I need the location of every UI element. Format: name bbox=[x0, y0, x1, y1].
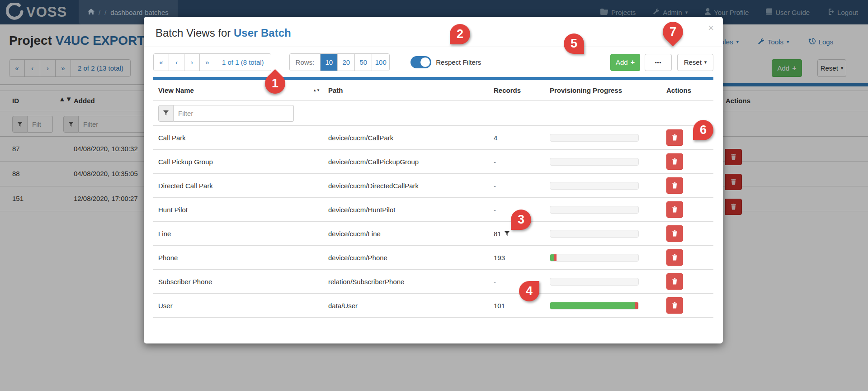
delete-button[interactable] bbox=[666, 225, 683, 242]
batch-views-modal: × Batch Views for User Batch « ‹ › » 1 o… bbox=[144, 17, 723, 343]
progress-bar bbox=[550, 302, 639, 310]
delete-button[interactable] bbox=[666, 249, 683, 266]
table-row[interactable]: Call Park device/cucm/CallPark 4 bbox=[153, 126, 713, 150]
last-page-button[interactable]: » bbox=[200, 54, 215, 71]
progress-bar bbox=[550, 134, 639, 142]
view-name-cell: Subscriber Phone bbox=[153, 278, 323, 286]
toggle-knob bbox=[420, 57, 430, 67]
page: VOSS / / dashboard-batches Projects Admi… bbox=[0, 0, 868, 391]
table-row[interactable]: Line device/cucm/Line 81 bbox=[153, 222, 713, 246]
view-name-cell: Directed Call Park bbox=[153, 182, 323, 190]
filter-icon[interactable] bbox=[158, 105, 174, 122]
modal-divider-bar bbox=[153, 77, 713, 80]
view-name-filter bbox=[158, 105, 294, 122]
rows-option-20[interactable]: 20 bbox=[338, 54, 355, 71]
callout-badge-3: 3 bbox=[511, 210, 531, 230]
close-icon[interactable]: × bbox=[708, 22, 714, 34]
respect-filters-label: Respect Filters bbox=[436, 58, 481, 66]
view-name-cell: Line bbox=[153, 230, 323, 238]
table-row[interactable]: Call Pickup Group device/cucm/CallPickup… bbox=[153, 150, 713, 174]
column-view-name[interactable]: View Name ▲▼ bbox=[153, 86, 323, 94]
column-path[interactable]: Path bbox=[323, 86, 489, 94]
chevron-down-icon: ▾ bbox=[704, 59, 707, 65]
path-cell: device/cucm/CallPark bbox=[323, 134, 489, 142]
delete-button[interactable] bbox=[666, 201, 683, 218]
reset-button[interactable]: Reset▾ bbox=[677, 54, 713, 71]
progress-bar bbox=[550, 206, 639, 214]
path-cell: device/cucm/CallPickupGroup bbox=[323, 158, 489, 166]
modal-toolbar-buttons: Add+ ••• Reset▾ bbox=[610, 54, 713, 71]
table-row[interactable]: Phone device/cucm/Phone 193 bbox=[153, 246, 713, 270]
progress-success bbox=[550, 254, 554, 261]
next-page-button[interactable]: › bbox=[184, 54, 200, 71]
callout-badge-5: 5 bbox=[564, 33, 584, 54]
delete-button[interactable] bbox=[666, 297, 683, 314]
path-cell: device/cucm/Phone bbox=[323, 254, 489, 262]
view-name-filter-input[interactable] bbox=[174, 105, 294, 122]
progress-bar bbox=[550, 182, 639, 190]
records-cell: 4 bbox=[489, 134, 545, 142]
table-filter-row bbox=[153, 101, 713, 126]
records-cell: 81 bbox=[489, 230, 545, 238]
column-actions: Actions bbox=[661, 86, 704, 94]
sort-icon[interactable]: ▲▼ bbox=[313, 89, 320, 92]
callout-badge-2: 2 bbox=[450, 24, 470, 44]
path-cell: device/cucm/HuntPilot bbox=[323, 206, 489, 214]
batch-views-table: View Name ▲▼ Path Records Provisioning P… bbox=[153, 80, 713, 318]
records-cell: - bbox=[489, 158, 545, 166]
rows-option-50[interactable]: 50 bbox=[355, 54, 372, 71]
progress-bar bbox=[550, 158, 639, 166]
column-records: Records bbox=[489, 86, 545, 94]
modal-pagination: « ‹ › » 1 of 1 (8 total) bbox=[153, 53, 271, 71]
records-cell: - bbox=[489, 182, 545, 190]
view-name-cell: Call Pickup Group bbox=[153, 158, 323, 166]
delete-button[interactable] bbox=[666, 129, 683, 146]
callout-badge-6: 6 bbox=[693, 120, 713, 140]
delete-button[interactable] bbox=[666, 273, 683, 290]
progress-fail bbox=[635, 302, 638, 309]
progress-fail bbox=[554, 254, 557, 261]
delete-button[interactable] bbox=[666, 177, 683, 194]
table-row[interactable]: User data/User 101 bbox=[153, 294, 713, 318]
view-name-cell: Call Park bbox=[153, 134, 323, 142]
rows-option-10[interactable]: 10 bbox=[321, 54, 338, 71]
callout-badge-4: 4 bbox=[519, 281, 539, 301]
modal-toolbar: « ‹ › » 1 of 1 (8 total) Rows: 10 20 50 … bbox=[153, 53, 713, 71]
progress-success bbox=[550, 302, 635, 309]
table-header-row: View Name ▲▼ Path Records Provisioning P… bbox=[153, 80, 713, 101]
progress-bar bbox=[550, 230, 639, 238]
respect-filters-toggle[interactable] bbox=[410, 56, 431, 68]
view-name-cell: User bbox=[153, 302, 323, 310]
delete-button[interactable] bbox=[666, 153, 683, 170]
pagination-status: 1 of 1 (8 total) bbox=[215, 54, 271, 71]
prev-page-button[interactable]: ‹ bbox=[169, 54, 184, 71]
rows-per-page-selector: Rows: 10 20 50 100 bbox=[289, 53, 390, 71]
batch-name: User Batch bbox=[234, 27, 291, 39]
view-name-cell: Phone bbox=[153, 254, 323, 262]
path-cell: data/User bbox=[323, 302, 489, 310]
records-cell: 193 bbox=[489, 254, 545, 262]
rows-option-100[interactable]: 100 bbox=[372, 54, 389, 71]
records-cell: 101 bbox=[489, 302, 545, 310]
path-cell: relation/SubscriberPhone bbox=[323, 278, 489, 286]
path-cell: device/cucm/Line bbox=[323, 230, 489, 238]
rows-label: Rows: bbox=[290, 54, 321, 71]
path-cell: device/cucm/DirectedCallPark bbox=[323, 182, 489, 190]
add-button[interactable]: Add+ bbox=[610, 54, 640, 71]
first-page-button[interactable]: « bbox=[154, 54, 169, 71]
table-row[interactable]: Subscriber Phone relation/SubscriberPhon… bbox=[153, 270, 713, 294]
table-row[interactable]: Hunt Pilot device/cucm/HuntPilot - bbox=[153, 198, 713, 222]
plus-icon: + bbox=[631, 58, 635, 67]
view-name-cell: Hunt Pilot bbox=[153, 206, 323, 214]
column-provisioning-progress: Provisioning Progress bbox=[545, 86, 661, 94]
respect-filters-control: Respect Filters bbox=[410, 56, 481, 68]
more-options-button[interactable]: ••• bbox=[645, 54, 672, 71]
filter-applied-icon[interactable] bbox=[505, 231, 509, 236]
progress-bar bbox=[550, 278, 639, 286]
modal-title: Batch Views for User Batch bbox=[144, 17, 723, 47]
progress-bar bbox=[550, 254, 639, 262]
table-row[interactable]: Directed Call Park device/cucm/DirectedC… bbox=[153, 174, 713, 198]
